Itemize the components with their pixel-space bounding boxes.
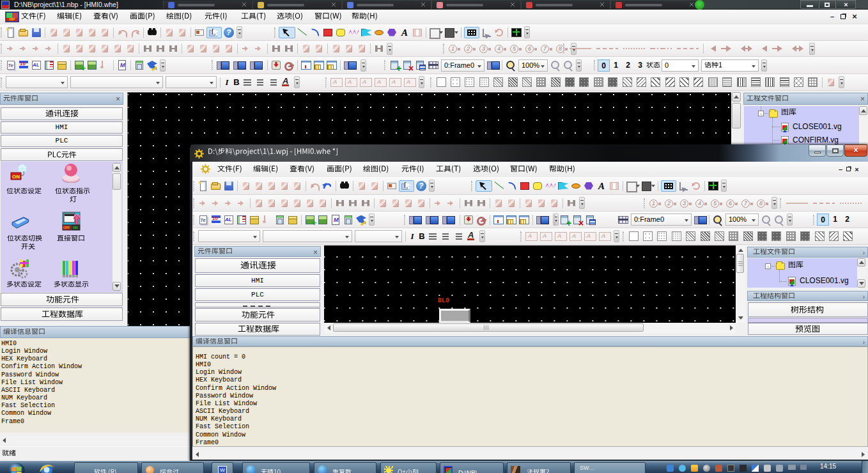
svg-text:ON: ON xyxy=(12,174,20,180)
svg-text:OFF: OFF xyxy=(63,226,70,229)
svg-text:ON: ON xyxy=(73,226,78,229)
